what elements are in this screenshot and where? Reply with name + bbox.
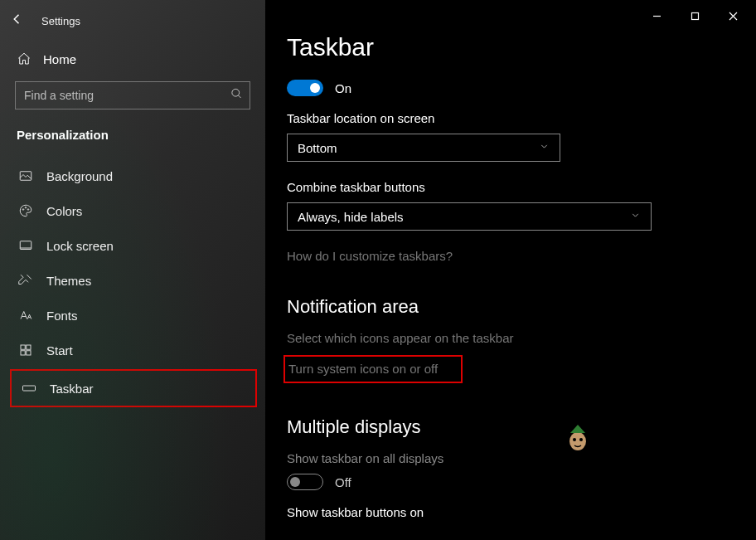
svg-rect-7 — [27, 345, 31, 349]
toggle-row-on: On — [287, 80, 723, 96]
sidebar-item-label: Taskbar — [50, 382, 94, 396]
close-button[interactable] — [715, 3, 751, 28]
palette-icon — [18, 203, 33, 218]
page-title: Taskbar — [287, 33, 723, 61]
svg-rect-6 — [21, 345, 25, 349]
sidebar-item-colors[interactable]: Colors — [0, 193, 265, 228]
search-input[interactable] — [24, 89, 221, 102]
multiple-displays-title: Multiple displays — [287, 416, 723, 438]
settings-window: Settings Home Personalization Backgro — [0, 0, 756, 540]
main-panel: Taskbar On Taskbar location on screen Bo… — [265, 0, 756, 540]
window-controls — [638, 3, 751, 28]
combine-select[interactable]: Always, hide labels — [287, 202, 652, 231]
chevron-down-icon — [630, 209, 641, 224]
sidebar-item-label: Fonts — [46, 309, 78, 323]
nav-list: Background Colors Lock screen Themes — [0, 158, 265, 407]
search-container — [0, 78, 265, 121]
maximize-button[interactable] — [676, 3, 713, 28]
svg-rect-10 — [23, 386, 36, 391]
section-label: Personalization — [0, 121, 265, 158]
home-icon — [17, 51, 32, 66]
svg-rect-8 — [21, 351, 25, 355]
toggle-label: Off — [335, 475, 351, 489]
svg-rect-9 — [27, 351, 31, 355]
lockscreen-icon — [18, 238, 33, 253]
themes-icon — [18, 273, 33, 288]
select-value: Always, hide labels — [298, 210, 404, 224]
search-box[interactable] — [15, 81, 250, 109]
svg-rect-11 — [691, 12, 698, 19]
sidebar-item-start[interactable]: Start — [0, 333, 265, 367]
location-label: Taskbar location on screen — [287, 111, 723, 125]
start-icon — [18, 343, 33, 358]
sidebar-item-background[interactable]: Background — [0, 158, 265, 193]
minimize-button[interactable] — [638, 3, 675, 28]
svg-point-0 — [232, 89, 240, 96]
notification-link-system-icons[interactable]: Turn system icons on or off — [288, 362, 438, 376]
toggle-label: On — [335, 81, 351, 95]
sidebar-item-label: Lock screen — [46, 239, 114, 253]
sidebar-item-themes[interactable]: Themes — [0, 263, 265, 298]
titlebar-left: Settings — [0, 7, 265, 36]
select-value: Bottom — [298, 141, 337, 155]
sidebar-item-lockscreen[interactable]: Lock screen — [0, 228, 265, 263]
toggle-switch-on[interactable] — [287, 80, 323, 96]
app-title: Settings — [41, 15, 80, 27]
svg-point-14 — [579, 438, 583, 441]
svg-point-12 — [569, 432, 586, 450]
fonts-icon — [18, 308, 33, 323]
combine-label: Combine taskbar buttons — [287, 180, 723, 194]
svg-point-2 — [22, 209, 24, 211]
search-icon — [230, 88, 243, 104]
toggle-row-off: Off — [287, 474, 723, 490]
sidebar: Settings Home Personalization Backgro — [0, 0, 265, 540]
taskbar-highlight: Taskbar — [10, 369, 257, 407]
location-select[interactable]: Bottom — [287, 134, 560, 162]
home-nav[interactable]: Home — [0, 36, 265, 78]
taskbar-icon — [22, 381, 36, 396]
sidebar-item-label: Background — [46, 169, 113, 183]
svg-point-3 — [25, 207, 27, 209]
sidebar-item-taskbar[interactable]: Taskbar — [13, 372, 254, 404]
mascot-icon — [565, 423, 590, 451]
sidebar-item-label: Themes — [46, 274, 91, 288]
notification-link-select-icons[interactable]: Select which icons appear on the taskbar — [287, 331, 723, 345]
system-icons-highlight: Turn system icons on or off — [284, 355, 463, 383]
customize-link[interactable]: How do I customize taskbars? — [287, 249, 453, 263]
multi-buttons-label: Show taskbar buttons on — [287, 505, 723, 519]
toggle-switch-off[interactable] — [287, 474, 323, 490]
sidebar-item-fonts[interactable]: Fonts — [0, 298, 265, 333]
back-icon[interactable] — [10, 12, 25, 30]
svg-point-13 — [573, 438, 576, 441]
sidebar-item-label: Start — [46, 343, 73, 358]
sidebar-item-label: Colors — [46, 204, 82, 218]
multi-desc: Show taskbar on all displays — [287, 451, 723, 465]
image-icon — [18, 168, 33, 183]
home-label: Home — [43, 52, 76, 66]
chevron-down-icon — [539, 140, 550, 155]
svg-point-4 — [27, 209, 29, 211]
notification-title: Notification area — [287, 296, 723, 318]
